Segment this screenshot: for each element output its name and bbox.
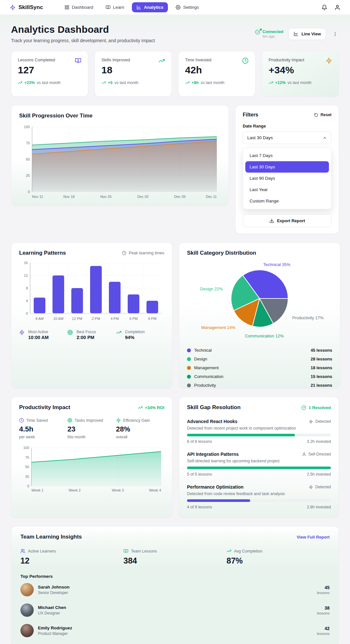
performer-name: Michael Chen — [38, 605, 66, 610]
skill-gap-list: Advanced React HooksDetectedDetected fro… — [179, 413, 339, 514]
gap-name: Performance Optimization — [187, 484, 243, 490]
svg-text:Dec 09: Dec 09 — [174, 195, 186, 199]
metric-caption: per week — [19, 435, 67, 439]
trending-up-icon — [227, 549, 231, 553]
team-stat-value: 384 — [123, 556, 227, 565]
learning-patterns-title: Learning Patterns — [19, 250, 66, 256]
top-performers-label: Top Performers — [11, 567, 339, 579]
peak-learning-label: Peak learning times — [129, 251, 164, 255]
date-option-last-30-days[interactable]: Last 30 Days — [245, 161, 329, 173]
nav-item-analytics[interactable]: Analytics — [132, 2, 168, 12]
gap-source-label: Detected — [315, 485, 331, 489]
svg-text:25: 25 — [25, 475, 29, 479]
performer-role: Product Manager — [38, 631, 72, 636]
metric-label: Tasks Improved — [75, 418, 103, 423]
date-option-last-90-days[interactable]: Last 90 Days — [245, 173, 329, 184]
gap-source-label: Detected — [315, 419, 331, 424]
legend-row-design: Design28 lessons — [187, 355, 332, 363]
legend-count: 28 lessons — [311, 357, 332, 361]
stat-card-time-invested: Time Invested42h+8hvs last month — [178, 51, 255, 97]
date-range-value: Last 30 Days — [247, 135, 273, 140]
gap-invested: 3.2h invested — [307, 439, 331, 444]
lp-stat-best-focus: Best Focus2:00 PM — [67, 330, 116, 340]
performer-row[interactable]: Sarah JohnsonSenior Developer45lessons — [11, 579, 339, 600]
date-option-last-7-days[interactable]: Last 7 Days — [245, 150, 329, 161]
stat-value: 42h — [185, 65, 211, 76]
gap-lessons: 6 of 8 lessons — [187, 439, 212, 444]
line-view-button[interactable]: Line View — [288, 28, 326, 40]
performer-row[interactable]: Michael ChenUX Designer38lessons — [11, 600, 339, 620]
user-icon[interactable] — [334, 5, 340, 10]
main-content: Analytics Dashboard Track your learning … — [0, 15, 350, 644]
metric-value: 28% — [116, 425, 164, 433]
brand[interactable]: SkillSync — [10, 4, 43, 11]
date-range-select[interactable]: Last 30 Days — [243, 131, 332, 144]
skill-distribution-legend: Technical45 lessonsDesign28 lessonsManag… — [179, 341, 340, 390]
legend-row-technical: Technical45 lessons — [187, 346, 332, 355]
legend-dot — [187, 348, 191, 352]
date-range-dropdown: Last 7 DaysLast 30 DaysLast 90 DaysLast … — [243, 147, 332, 209]
gap-progress-bar — [187, 499, 331, 502]
svg-text:Week 1: Week 1 — [31, 488, 43, 492]
performer-role: UX Designer — [38, 611, 66, 615]
trending-up-icon — [269, 80, 273, 85]
performer-name: Emily Rodriguez — [38, 626, 72, 630]
svg-text:Communication 12%: Communication 12% — [245, 334, 284, 338]
performer-row[interactable]: Emily RodriguezProduct Manager42lessons — [11, 620, 339, 641]
svg-text:75: 75 — [26, 141, 30, 145]
date-option-last-year[interactable]: Last Year — [245, 184, 329, 195]
skill-distribution-pie: Technical 35%Design 22%Management 14%Com… — [179, 259, 340, 341]
more-vertical-icon[interactable] — [331, 30, 339, 39]
target-icon — [67, 330, 73, 335]
zap-icon — [326, 57, 332, 64]
team-stats: Active Learners12Team Lessons384Avg Comp… — [11, 544, 339, 567]
skill-progression-title: Skill Progression Over Time — [19, 113, 221, 119]
legend-row-management: Management18 lessons — [187, 363, 332, 372]
date-option-custom-range[interactable]: Custom Range — [245, 195, 329, 207]
performers-list: Sarah JohnsonSenior Developer45lessonsMi… — [11, 579, 339, 644]
metric-caption: overall — [116, 435, 164, 439]
team-insights-title: Team Learning Insights — [20, 534, 82, 540]
svg-text:50: 50 — [25, 465, 29, 469]
productivity-impact-card: Productivity Impact +34% ROI Time Saved4… — [11, 397, 172, 518]
reset-button[interactable]: Reset — [314, 113, 332, 117]
svg-text:25: 25 — [26, 174, 30, 177]
nav-item-dashboard[interactable]: Dashboard — [60, 2, 98, 12]
team-stat-avg-completion: Avg Completion87% — [227, 549, 330, 565]
stat-label: Productivity Impact — [269, 57, 304, 62]
gap-name: API Integration Patterns — [187, 452, 239, 457]
svg-text:Dec 11: Dec 11 — [206, 195, 217, 199]
resolved-badge: 1 Resolved — [301, 405, 331, 410]
trending-up-icon — [138, 405, 143, 410]
svg-text:10 AM: 10 AM — [53, 317, 63, 321]
nav-item-label: Analytics — [144, 5, 163, 10]
svg-text:Management 14%: Management 14% — [201, 325, 236, 330]
bell-icon[interactable] — [321, 5, 327, 10]
online-dot — [260, 29, 262, 30]
legend-label: Design — [194, 357, 207, 361]
svg-text:Nov 18: Nov 18 — [64, 195, 75, 199]
export-report-button[interactable]: Export Report — [243, 214, 332, 227]
performer-count: 45 — [317, 585, 330, 590]
legend-label: Management — [194, 365, 219, 370]
date-range-label: Date Range — [243, 124, 332, 128]
svg-text:Nov 11: Nov 11 — [32, 195, 43, 199]
clock-icon — [242, 57, 249, 64]
view-full-report-link[interactable]: View Full Report — [297, 535, 330, 540]
clock-icon — [19, 418, 24, 423]
grid-icon — [64, 5, 69, 10]
gap-source-badge: Detected — [309, 419, 331, 424]
svg-text:Nov 25: Nov 25 — [100, 195, 112, 199]
nav-item-settings[interactable]: Settings — [171, 2, 204, 12]
stat-delta: +23% — [24, 80, 35, 85]
line-view-label: Line View — [301, 31, 321, 36]
metric-label: Efficiency Gain — [123, 418, 150, 423]
lp-stat-most-active: Most Active10:00 AM — [19, 330, 67, 340]
gap-progress-fill — [187, 499, 250, 502]
top-nav: SkillSync DashboardLearnAnalyticsSetting… — [0, 0, 350, 15]
nav-item-learn[interactable]: Learn — [101, 2, 129, 12]
connection-label: Connected — [262, 30, 284, 35]
zap-icon — [309, 419, 313, 424]
gap-description: Detected from recent project work in com… — [187, 426, 331, 431]
zap-icon — [19, 330, 25, 335]
